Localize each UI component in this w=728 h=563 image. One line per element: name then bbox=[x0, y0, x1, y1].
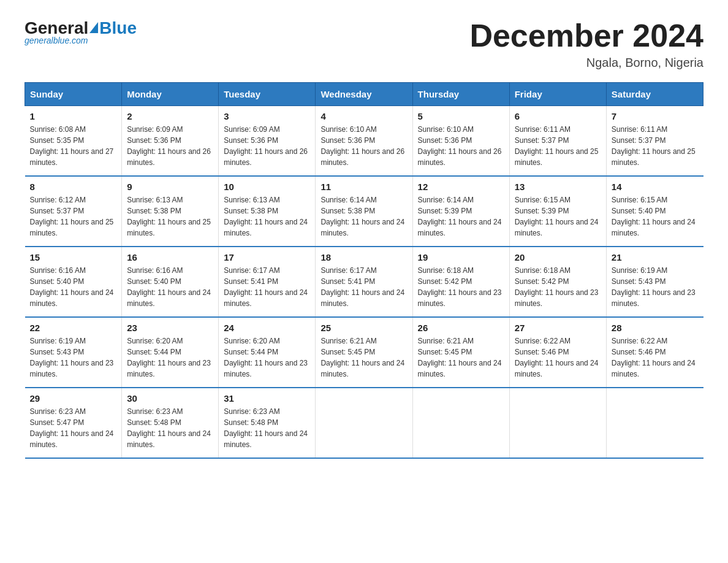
logo-tagline: generalblue.com bbox=[25, 36, 88, 45]
week-row-1: 8 Sunrise: 6:12 AM Sunset: 5:37 PM Dayli… bbox=[25, 176, 703, 247]
day-number: 1 bbox=[30, 111, 117, 121]
daylight-label: Daylight: 11 hours and 24 minutes. bbox=[224, 429, 308, 449]
logo: General Blue generalblue.com bbox=[25, 18, 137, 45]
calendar-cell: 21 Sunrise: 6:19 AM Sunset: 5:43 PM Dayl… bbox=[606, 247, 703, 317]
calendar-cell: 18 Sunrise: 6:17 AM Sunset: 5:41 PM Dayl… bbox=[316, 247, 412, 317]
day-number: 14 bbox=[612, 182, 699, 192]
day-number: 10 bbox=[224, 182, 310, 192]
calendar-cell: 6 Sunrise: 6:11 AM Sunset: 5:37 PM Dayli… bbox=[509, 106, 606, 177]
header-monday: Monday bbox=[122, 83, 219, 106]
day-number: 11 bbox=[320, 182, 407, 192]
sunrise-label: Sunrise: 6:11 AM bbox=[515, 125, 571, 134]
day-info: Sunrise: 6:21 AM Sunset: 5:45 PM Dayligh… bbox=[418, 335, 504, 380]
calendar-cell: 5 Sunrise: 6:10 AM Sunset: 5:36 PM Dayli… bbox=[412, 106, 509, 177]
sunrise-label: Sunrise: 6:08 AM bbox=[30, 125, 86, 134]
day-number: 31 bbox=[224, 393, 310, 404]
sunrise-label: Sunrise: 6:20 AM bbox=[127, 337, 183, 345]
day-info: Sunrise: 6:20 AM Sunset: 5:44 PM Dayligh… bbox=[224, 335, 310, 380]
sunset-label: Sunset: 5:43 PM bbox=[30, 348, 85, 356]
logo-triangle-icon bbox=[89, 22, 98, 33]
day-number: 22 bbox=[30, 323, 117, 333]
header-row: SundayMondayTuesdayWednesdayThursdayFrid… bbox=[25, 83, 703, 106]
sunset-label: Sunset: 5:38 PM bbox=[320, 207, 375, 215]
daylight-label: Daylight: 11 hours and 24 minutes. bbox=[418, 359, 502, 378]
day-number: 12 bbox=[418, 182, 504, 192]
day-info: Sunrise: 6:16 AM Sunset: 5:40 PM Dayligh… bbox=[30, 265, 117, 309]
calendar-cell: 23 Sunrise: 6:20 AM Sunset: 5:44 PM Dayl… bbox=[122, 317, 219, 388]
calendar-cell: 9 Sunrise: 6:13 AM Sunset: 5:38 PM Dayli… bbox=[122, 176, 219, 247]
day-info: Sunrise: 6:18 AM Sunset: 5:42 PM Dayligh… bbox=[418, 265, 504, 309]
calendar-cell bbox=[316, 388, 412, 458]
title-block: December 2024 Ngala, Borno, Nigeria bbox=[469, 18, 703, 70]
day-number: 20 bbox=[515, 252, 601, 262]
day-number: 2 bbox=[127, 111, 213, 121]
calendar-cell: 26 Sunrise: 6:21 AM Sunset: 5:45 PM Dayl… bbox=[412, 317, 509, 388]
logo-blue-text: Blue bbox=[99, 18, 137, 38]
day-info: Sunrise: 6:17 AM Sunset: 5:41 PM Dayligh… bbox=[224, 265, 310, 309]
calendar-header: SundayMondayTuesdayWednesdayThursdayFrid… bbox=[25, 83, 703, 106]
sunset-label: Sunset: 5:36 PM bbox=[320, 136, 375, 145]
daylight-label: Daylight: 11 hours and 26 minutes. bbox=[418, 147, 502, 167]
sunset-label: Sunset: 5:37 PM bbox=[30, 207, 85, 215]
sunrise-label: Sunrise: 6:14 AM bbox=[320, 196, 376, 204]
day-number: 23 bbox=[127, 323, 213, 333]
sunset-label: Sunset: 5:48 PM bbox=[224, 418, 278, 427]
day-info: Sunrise: 6:22 AM Sunset: 5:46 PM Dayligh… bbox=[612, 335, 699, 380]
day-info: Sunrise: 6:23 AM Sunset: 5:48 PM Dayligh… bbox=[127, 406, 213, 450]
header-friday: Friday bbox=[509, 83, 606, 106]
sunrise-label: Sunrise: 6:16 AM bbox=[30, 266, 86, 275]
day-info: Sunrise: 6:10 AM Sunset: 5:36 PM Dayligh… bbox=[418, 124, 504, 168]
day-info: Sunrise: 6:13 AM Sunset: 5:38 PM Dayligh… bbox=[224, 194, 310, 239]
daylight-label: Daylight: 11 hours and 26 minutes. bbox=[224, 147, 308, 167]
sunset-label: Sunset: 5:45 PM bbox=[320, 348, 375, 356]
page-header: General Blue generalblue.com December 20… bbox=[25, 18, 703, 70]
daylight-label: Daylight: 11 hours and 25 minutes. bbox=[612, 147, 696, 167]
day-info: Sunrise: 6:21 AM Sunset: 5:45 PM Dayligh… bbox=[320, 335, 407, 380]
day-number: 29 bbox=[30, 393, 117, 404]
day-number: 8 bbox=[30, 182, 117, 192]
day-info: Sunrise: 6:15 AM Sunset: 5:39 PM Dayligh… bbox=[515, 194, 601, 239]
page-subtitle: Ngala, Borno, Nigeria bbox=[469, 56, 703, 70]
calendar-cell: 3 Sunrise: 6:09 AM Sunset: 5:36 PM Dayli… bbox=[219, 106, 316, 177]
sunset-label: Sunset: 5:39 PM bbox=[418, 207, 472, 215]
sunrise-label: Sunrise: 6:19 AM bbox=[30, 337, 86, 345]
calendar-cell: 25 Sunrise: 6:21 AM Sunset: 5:45 PM Dayl… bbox=[316, 317, 412, 388]
sunrise-label: Sunrise: 6:09 AM bbox=[127, 125, 183, 134]
sunset-label: Sunset: 5:48 PM bbox=[127, 418, 181, 427]
calendar-cell: 11 Sunrise: 6:14 AM Sunset: 5:38 PM Dayl… bbox=[316, 176, 412, 247]
day-number: 30 bbox=[127, 393, 213, 404]
sunrise-label: Sunrise: 6:17 AM bbox=[320, 266, 376, 275]
day-number: 15 bbox=[30, 252, 117, 262]
calendar-cell: 20 Sunrise: 6:18 AM Sunset: 5:42 PM Dayl… bbox=[509, 247, 606, 317]
calendar-cell bbox=[509, 388, 606, 458]
sunset-label: Sunset: 5:43 PM bbox=[612, 277, 666, 286]
sunrise-label: Sunrise: 6:17 AM bbox=[224, 266, 279, 275]
day-info: Sunrise: 6:22 AM Sunset: 5:46 PM Dayligh… bbox=[515, 335, 601, 380]
calendar-cell: 1 Sunrise: 6:08 AM Sunset: 5:35 PM Dayli… bbox=[25, 106, 122, 177]
day-number: 19 bbox=[418, 252, 504, 262]
day-number: 26 bbox=[418, 323, 504, 333]
day-info: Sunrise: 6:11 AM Sunset: 5:37 PM Dayligh… bbox=[612, 124, 699, 168]
sunset-label: Sunset: 5:36 PM bbox=[127, 136, 181, 145]
day-info: Sunrise: 6:12 AM Sunset: 5:37 PM Dayligh… bbox=[30, 194, 117, 239]
daylight-label: Daylight: 11 hours and 23 minutes. bbox=[127, 359, 211, 378]
daylight-label: Daylight: 11 hours and 24 minutes. bbox=[224, 288, 308, 308]
daylight-label: Daylight: 11 hours and 24 minutes. bbox=[30, 288, 114, 308]
week-row-2: 15 Sunrise: 6:16 AM Sunset: 5:40 PM Dayl… bbox=[25, 247, 703, 317]
day-info: Sunrise: 6:11 AM Sunset: 5:37 PM Dayligh… bbox=[515, 124, 601, 168]
sunrise-label: Sunrise: 6:09 AM bbox=[224, 125, 279, 134]
daylight-label: Daylight: 11 hours and 24 minutes. bbox=[612, 218, 696, 237]
sunrise-label: Sunrise: 6:19 AM bbox=[612, 266, 667, 275]
day-info: Sunrise: 6:14 AM Sunset: 5:39 PM Dayligh… bbox=[418, 194, 504, 239]
calendar-cell: 30 Sunrise: 6:23 AM Sunset: 5:48 PM Dayl… bbox=[122, 388, 219, 458]
day-number: 24 bbox=[224, 323, 310, 333]
day-number: 25 bbox=[320, 323, 407, 333]
week-row-3: 22 Sunrise: 6:19 AM Sunset: 5:43 PM Dayl… bbox=[25, 317, 703, 388]
day-number: 16 bbox=[127, 252, 213, 262]
day-info: Sunrise: 6:09 AM Sunset: 5:36 PM Dayligh… bbox=[127, 124, 213, 168]
daylight-label: Daylight: 11 hours and 26 minutes. bbox=[127, 147, 211, 167]
calendar-cell: 29 Sunrise: 6:23 AM Sunset: 5:47 PM Dayl… bbox=[25, 388, 122, 458]
sunset-label: Sunset: 5:42 PM bbox=[418, 277, 472, 286]
daylight-label: Daylight: 11 hours and 24 minutes. bbox=[30, 429, 114, 449]
sunrise-label: Sunrise: 6:16 AM bbox=[127, 266, 183, 275]
